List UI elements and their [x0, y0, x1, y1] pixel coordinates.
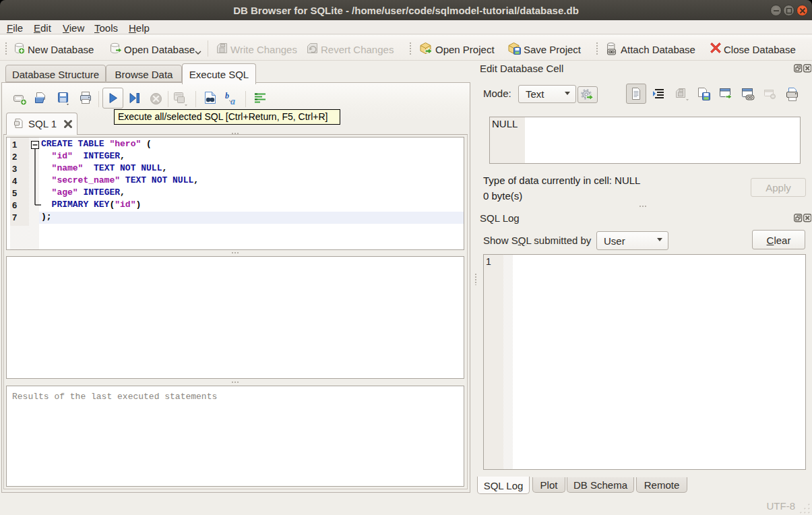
- svg-text:b: b: [225, 92, 229, 100]
